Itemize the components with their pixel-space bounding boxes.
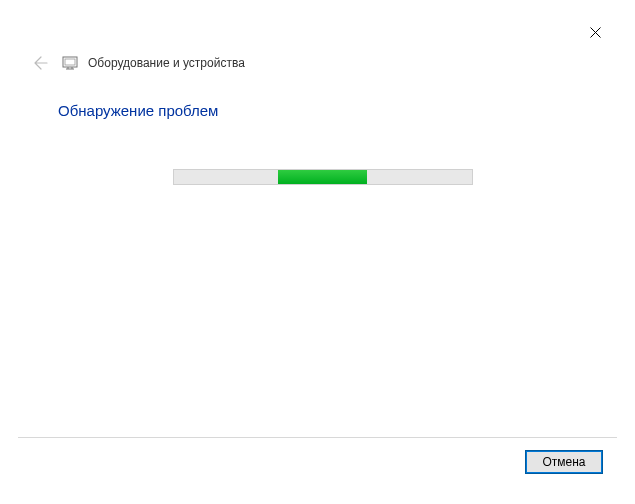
titlebar (18, 18, 617, 46)
cancel-button[interactable]: Отмена (525, 450, 603, 474)
svg-rect-3 (65, 59, 75, 65)
footer: Отмена (18, 437, 617, 486)
window-inner: Оборудование и устройства Обнаружение пр… (18, 18, 617, 486)
close-button[interactable] (581, 18, 609, 46)
header: Оборудование и устройства (18, 46, 617, 84)
header-title: Оборудование и устройства (88, 56, 245, 70)
hardware-icon (62, 55, 78, 71)
close-icon (590, 27, 601, 38)
progress-indicator (278, 170, 367, 184)
page-heading: Обнаружение проблем (58, 102, 587, 119)
progress-bar (173, 169, 473, 185)
troubleshooter-window: Оборудование и устройства Обнаружение пр… (0, 0, 635, 504)
content-area: Обнаружение проблем (18, 84, 617, 437)
back-button (30, 52, 52, 74)
arrow-left-icon (33, 55, 49, 71)
